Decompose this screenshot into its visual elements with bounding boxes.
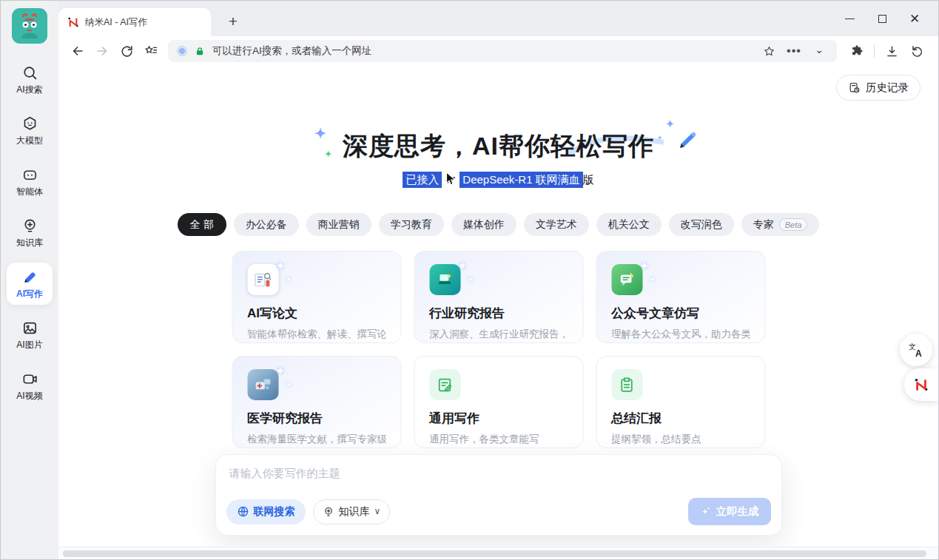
composer-toolbar: 联网搜索 知识库 ∨ 立即生成: [226, 498, 771, 525]
restore-undo-icon[interactable]: [906, 40, 928, 62]
sparkle-icon: ✦: [286, 382, 292, 388]
more-menu-icon[interactable]: •••: [785, 42, 803, 60]
sparkle-icon: ✦: [314, 126, 327, 141]
sparkle-icon: ✦: [666, 119, 675, 129]
tab-label: 文学艺术: [536, 218, 577, 232]
card-title: 总结汇报: [611, 410, 750, 427]
tab-title: 纳米AI - AI写作: [85, 16, 147, 29]
address-bar[interactable]: 可以进行AI搜索，或者输入一个网址 ••• ⌄: [168, 40, 837, 62]
video-icon: [21, 370, 38, 388]
sidebar-item-writing[interactable]: AI写作: [7, 263, 53, 305]
writing-card-medical[interactable]: ✦ ✦ 医学研究报告 检索海量医学文献，撰写专家级…: [232, 356, 401, 448]
category-tab-5[interactable]: 文学艺术: [524, 213, 589, 236]
refresh-button[interactable]: [116, 41, 137, 61]
ai-indicator-icon[interactable]: [177, 46, 187, 56]
window-controls: ✕: [833, 1, 931, 36]
history-button[interactable]: 历史记录: [836, 75, 921, 101]
sidebar-item-video[interactable]: AI视频: [7, 365, 53, 407]
forward-button[interactable]: [92, 41, 112, 61]
writing-card-gzh[interactable]: ✦ ✦ 公众号文章仿写 理解各大公众号文风，助力各类…: [596, 251, 765, 343]
category-tab-6[interactable]: 机关公文: [596, 213, 662, 236]
svg-text:A: A: [915, 348, 922, 358]
sidebar-item-search[interactable]: AI搜索: [7, 58, 53, 101]
category-tab-4[interactable]: 媒体创作: [451, 213, 516, 236]
sidebar-item-label: AI写作: [16, 288, 43, 300]
lock-icon[interactable]: [195, 46, 205, 57]
translate-button[interactable]: 文 A: [900, 334, 932, 366]
category-tab-0[interactable]: 全部: [178, 213, 226, 236]
scrollbar-thumb[interactable]: [63, 550, 926, 557]
deepseek-logo-icon: [443, 174, 458, 186]
generate-label: 立即生成: [716, 505, 759, 519]
writing-card-industry[interactable]: ✦ ✦ 行业研究报告 深入洞察、生成行业研究报告，…: [414, 251, 583, 343]
page-content: 历史记录 ✦ ✦ ✦ ✦ 深度思考，AI帮你轻松写作 已接入: [58, 66, 938, 559]
image-icon: [21, 319, 38, 337]
chevron-down-icon[interactable]: ⌄: [810, 41, 828, 58]
writing-icon: [21, 268, 38, 286]
tab-label: 机关公文: [608, 218, 650, 232]
address-text: 可以进行AI搜索，或者输入一个网址: [212, 44, 753, 58]
sidebar-item-model[interactable]: 大模型: [7, 109, 53, 152]
tab-label: 专家: [753, 218, 774, 232]
sidebar-item-label: AI搜索: [16, 84, 42, 96]
category-tab-7[interactable]: 改写润色: [669, 213, 734, 236]
category-tab-8[interactable]: 专家 Beta: [741, 213, 820, 236]
sparkle-icon: ✦: [657, 135, 663, 141]
sidebar-item-label: AI图片: [16, 339, 42, 351]
knowledge-base-selector[interactable]: 知识库 ∨: [313, 499, 391, 524]
sparkle-icon: ✦: [286, 277, 292, 283]
writing-cards: ✦ ✦ AI写论文 智能体帮你检索、解读、撰写论文 ✦ ✦ 行业研究报告 深入洞…: [232, 251, 765, 448]
generate-button[interactable]: 立即生成: [688, 498, 771, 525]
writing-card-paper[interactable]: ✦ ✦ AI写论文 智能体帮你检索、解读、撰写论文: [232, 251, 401, 343]
sparkle-icon: ✦: [650, 277, 656, 283]
card-title: 通用写作: [429, 410, 568, 427]
sidebar-item-knowledge[interactable]: 知识库: [7, 212, 53, 254]
globe-icon: [237, 505, 249, 518]
card-title: 行业研究报告: [429, 305, 568, 322]
paper-card-icon: [247, 264, 278, 295]
pencil-icon: [675, 129, 699, 159]
card-title: AI写论文: [247, 305, 386, 322]
toolbar-divider: [874, 44, 875, 58]
minimize-button[interactable]: [833, 4, 866, 33]
browser-tab[interactable]: 纳米AI - AI写作: [58, 8, 211, 36]
writing-card-summary[interactable]: ✦ ✦ 总结汇报 提纲挈领，总结要点: [596, 356, 765, 448]
sparkle-icon: ✦: [468, 277, 474, 283]
sidebar-item-agent[interactable]: 智能体: [7, 161, 53, 203]
card-description: 检索海量医学文献，撰写专家级…: [247, 433, 386, 446]
maximize-button[interactable]: [866, 4, 898, 33]
sparkle-icon: ✦: [275, 365, 285, 377]
new-tab-button[interactable]: +: [223, 11, 243, 32]
nano-logo-icon: [67, 16, 79, 28]
sidebar-item-image[interactable]: AI图片: [7, 314, 53, 356]
sidebar: AI搜索 大模型 智能体 知识库 AI写作 AI图片 AI视频: [1, 1, 58, 559]
app-logo-icon[interactable]: [12, 8, 47, 44]
back-button[interactable]: [67, 41, 88, 61]
category-tab-3[interactable]: 学习教育: [379, 213, 444, 236]
close-button[interactable]: ✕: [898, 4, 931, 33]
download-icon[interactable]: [881, 40, 903, 62]
sidebar-item-label: 知识库: [16, 237, 43, 249]
topic-input[interactable]: [229, 467, 768, 492]
bookmark-list-icon[interactable]: [141, 41, 161, 61]
summary-card-icon: [611, 369, 642, 400]
tab-label: 学习教育: [391, 218, 432, 232]
web-search-toggle[interactable]: 联网搜索: [226, 499, 306, 524]
bookmark-star-icon[interactable]: [760, 42, 778, 60]
category-tab-1[interactable]: 办公必备: [234, 213, 299, 236]
bulb-icon: [323, 506, 334, 518]
titlebar: 纳米AI - AI写作 + ✕: [58, 1, 938, 36]
tab-label: 商业营销: [318, 218, 360, 232]
card-description: 通用写作，各类文章能写: [429, 433, 568, 446]
nano-assistant-button[interactable]: [904, 368, 938, 401]
industry-card-icon: [429, 264, 460, 295]
extensions-puzzle-icon[interactable]: [846, 40, 868, 62]
toolbar-extensions: [843, 40, 931, 62]
category-tab-2[interactable]: 商业营销: [306, 213, 371, 236]
writing-card-general[interactable]: ✦ ✦ 通用写作 通用写作，各类文章能写: [414, 356, 583, 448]
browser-window: AI搜索 大模型 智能体 知识库 AI写作 AI图片 AI视频 纳米AI - A…: [0, 0, 939, 560]
gzh-card-icon: [611, 264, 642, 295]
sidebar-nav: AI搜索 大模型 智能体 知识库 AI写作 AI图片 AI视频: [1, 58, 58, 407]
sparkle-icon: ✦: [275, 260, 285, 272]
sparkle-icon: ✦: [457, 260, 467, 272]
